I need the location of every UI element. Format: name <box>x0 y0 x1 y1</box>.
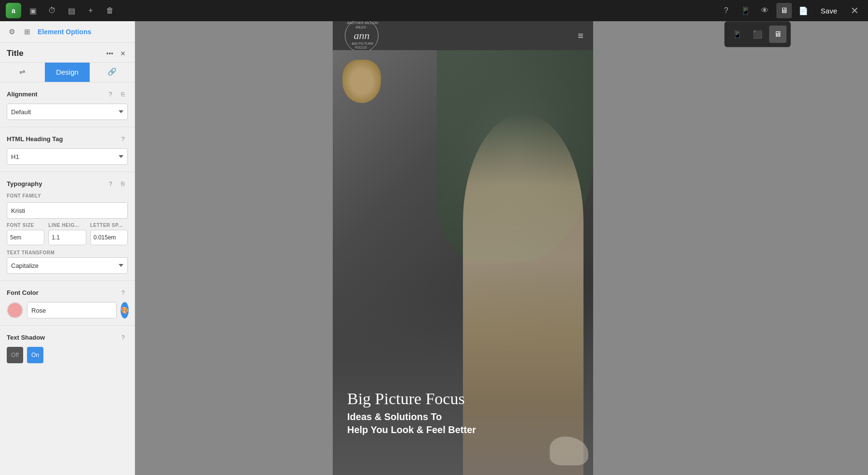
text-shadow-icons: ? <box>118 332 128 342</box>
text-shadow-off-btn[interactable]: Off <box>7 347 23 363</box>
panel-header: Title ••• ✕ <box>0 43 135 63</box>
settings-icon-btn[interactable]: ⚙ <box>5 25 18 39</box>
text-transform-group: TEXT TRANSFORM Capitalize None Uppercase… <box>7 250 128 274</box>
logo-icon[interactable]: a <box>6 3 21 18</box>
mobile-device-btn[interactable]: 📱 <box>729 26 746 43</box>
text-shadow-controls: Off On <box>7 347 128 363</box>
pages-btn[interactable]: 📄 <box>796 3 811 18</box>
text-shadow-help-btn[interactable]: ? <box>118 332 128 342</box>
logo-main-text: ann <box>345 29 378 42</box>
trash-icon-btn[interactable]: 🗑 <box>102 3 118 18</box>
lamp-shape <box>342 60 381 103</box>
font-color-row: 🎨 <box>7 302 128 318</box>
font-family-input[interactable] <box>7 202 128 219</box>
save-button[interactable]: Save <box>815 4 843 18</box>
hamburger-icon[interactable]: ≡ <box>578 30 583 41</box>
letter-spacing-group: LETTER SP... <box>90 223 128 245</box>
font-family-label-row: FONT FAMILY <box>7 193 128 200</box>
template-icon-btn[interactable]: ▣ <box>25 3 41 18</box>
website-preview[interactable]: · ANOTHER MILLION MILES · ann · BIG PICT… <box>333 21 593 475</box>
top-bar-right: ? 📱 👁 🖥 📄 Save ✕ <box>719 3 862 18</box>
tablet-device-btn[interactable]: ⬛ <box>749 26 766 43</box>
line-height-input[interactable] <box>48 230 86 245</box>
add-icon-btn[interactable]: + <box>83 3 98 18</box>
alignment-copy-btn[interactable]: ⎘ <box>118 89 128 99</box>
typography-label: Typography <box>7 180 42 187</box>
adjust-icon-btn[interactable]: ⊞ <box>20 25 34 39</box>
media-icon-btn[interactable]: ▤ <box>64 3 79 18</box>
hero-body-line1: Ideas & Solutions To <box>347 411 442 422</box>
font-color-section: Font Color ? 🎨 <box>0 281 135 326</box>
heading-icons: ? <box>118 134 128 144</box>
font-color-header: Font Color ? <box>7 288 128 297</box>
typography-section: Typography ? ⎘ FONT FAMILY FONT SIZE LIN… <box>0 172 135 281</box>
close-button[interactable]: ✕ <box>847 3 862 18</box>
typography-help-btn[interactable]: ? <box>106 179 115 188</box>
alignment-help-btn[interactable]: ? <box>106 89 115 99</box>
alignment-section-header: Alignment ? ⎘ <box>7 89 128 99</box>
mobile-preview-btn[interactable]: 📱 <box>738 3 753 18</box>
logo-top-text: · ANOTHER MILLION MILES · <box>345 21 378 29</box>
hero-body-line2: Help You Look & Feel Better <box>347 424 476 435</box>
left-panel: ⚙ ⊞ Element Options Title ••• ✕ ⇌ Design… <box>0 21 135 475</box>
text-transform-label: TEXT TRANSFORM <box>7 250 128 255</box>
alignment-select[interactable]: Default Left Center Right <box>7 104 128 120</box>
heading-help-btn[interactable]: ? <box>118 134 128 144</box>
font-size-input[interactable] <box>7 230 44 245</box>
help-icon-btn[interactable]: ? <box>719 3 734 18</box>
eye-btn[interactable]: 👁 <box>757 3 773 18</box>
desktop-device-btn[interactable]: 🖥 <box>769 26 787 43</box>
preview-logo: · ANOTHER MILLION MILES · ann · BIG PICT… <box>342 24 381 48</box>
history-icon-btn[interactable]: ⏱ <box>44 3 60 18</box>
tab-swap[interactable]: ⇌ <box>0 63 45 82</box>
device-dropdown: 📱 ⬛ 🖥 <box>724 21 791 47</box>
color-picker-btn[interactable]: 🎨 <box>121 302 129 318</box>
letter-spacing-input[interactable] <box>90 230 128 245</box>
canvas-area: · ANOTHER MILLION MILES · ann · BIG PICT… <box>135 21 791 475</box>
logo-bottom-text: · BIG PICTURE FOCUS · <box>345 42 378 50</box>
panel-toolbar: ⚙ ⊞ Element Options <box>0 21 135 43</box>
heading-tag-select[interactable]: H1 H2 H3 H4 H5 H6 <box>7 148 128 165</box>
tab-bar: ⇌ Design 🔗 <box>0 63 135 82</box>
text-shadow-off-label: Off <box>11 352 19 358</box>
element-options-label: Element Options <box>38 28 91 36</box>
logo-circle: · ANOTHER MILLION MILES · ann · BIG PICT… <box>345 21 379 53</box>
text-shadow-label: Text Shadow <box>7 334 45 341</box>
font-color-icons: ? <box>118 288 128 297</box>
font-size-label: FONT SIZE <box>7 223 44 228</box>
text-transform-select[interactable]: Capitalize None Uppercase Lowercase <box>7 257 128 274</box>
hero-body-text: Ideas & Solutions To Help You Look & Fee… <box>347 410 583 436</box>
typography-copy-btn[interactable]: ⎘ <box>118 179 128 188</box>
more-options-btn[interactable]: ••• <box>104 49 115 58</box>
text-shadow-on-label: On <box>31 352 39 358</box>
heading-section-header: HTML Heading Tag ? <box>7 134 128 144</box>
tab-design[interactable]: Design <box>45 63 90 82</box>
font-family-sub-label: FONT FAMILY <box>7 193 41 198</box>
panel-title: Title <box>7 49 24 58</box>
hero-area: Big Picture Focus Ideas & Solutions To H… <box>333 50 593 475</box>
logo-letter: a <box>12 7 15 14</box>
top-bar: a ▣ ⏱ ▤ + 🗑 ? 📱 👁 🖥 📄 Save ✕ <box>0 0 868 21</box>
alignment-section: Alignment ? ⎘ Default Left Center Right <box>0 82 135 127</box>
typography-icons: ? ⎘ <box>106 179 128 188</box>
alignment-label: Alignment <box>7 91 38 98</box>
html-heading-section: HTML Heading Tag ? H1 H2 H3 H4 H5 H6 <box>0 127 135 172</box>
text-shadow-on-btn[interactable]: On <box>27 347 43 363</box>
panel-close-btn[interactable]: ✕ <box>118 49 128 58</box>
hero-script-text: Big Picture Focus <box>347 390 583 408</box>
main-area: ⚙ ⊞ Element Options Title ••• ✕ ⇌ Design… <box>0 21 868 475</box>
font-color-label: Font Color <box>7 289 39 296</box>
tab-link[interactable]: 🔗 <box>90 63 135 82</box>
desktop-active-btn[interactable]: 🖥 <box>776 3 792 18</box>
hero-text-container: Big Picture Focus Ideas & Solutions To H… <box>347 390 583 436</box>
font-size-group: FONT SIZE <box>7 223 44 245</box>
top-bar-left: a ▣ ⏱ ▤ + 🗑 <box>6 3 118 18</box>
text-shadow-header: Text Shadow ? <box>7 332 128 342</box>
preview-nav: · ANOTHER MILLION MILES · ann · BIG PICT… <box>333 21 593 50</box>
font-color-help-btn[interactable]: ? <box>118 288 128 297</box>
right-area <box>791 21 868 475</box>
color-name-input[interactable] <box>27 302 117 318</box>
color-swatch[interactable] <box>7 302 23 318</box>
alignment-icons: ? ⎘ <box>106 89 128 99</box>
hero-bg: Big Picture Focus Ideas & Solutions To H… <box>333 50 593 475</box>
